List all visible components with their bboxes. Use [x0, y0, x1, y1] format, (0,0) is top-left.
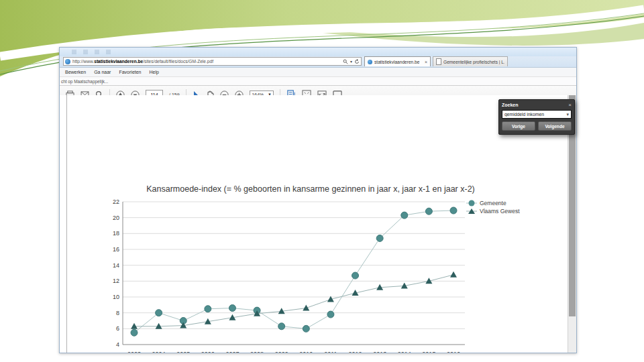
legend-label: Gemeente — [480, 200, 506, 206]
data-point — [278, 323, 285, 330]
find-previous-button[interactable]: Vorige — [502, 121, 535, 131]
data-point — [425, 208, 432, 215]
chart: 4681012141618202220032004200520062007200… — [111, 179, 531, 353]
window-titlebar — [60, 48, 576, 56]
x-tick-label: 2008 — [250, 351, 264, 353]
x-tick-label: 2007 — [225, 351, 239, 353]
address-bar[interactable]: http://www.statistiekvlaanderen.be/sites… — [63, 57, 362, 66]
find-dialog-title: Zoeken — [502, 103, 519, 107]
search-icon[interactable] — [343, 59, 348, 64]
menu-bewerken[interactable]: Bewerken — [65, 70, 86, 74]
menu-ga-naar[interactable]: Ga naar — [94, 70, 111, 74]
data-point — [376, 235, 383, 241]
legend-label: Vlaams Gewest — [480, 208, 520, 215]
y-tick-label: 14 — [113, 262, 119, 269]
url-text: http://www.statistiekvlaanderen.be/sites… — [72, 59, 341, 64]
site-favicon-icon — [65, 59, 70, 64]
menu-favorieten[interactable]: Favorieten — [119, 70, 141, 74]
tab-close-icon[interactable]: × — [425, 60, 427, 64]
x-tick-label: 2005 — [176, 351, 190, 353]
tab-title: statistiekvlaanderen.be — [374, 60, 423, 64]
x-tick-label: 2011 — [324, 351, 337, 353]
titlebar-ghost-icons — [72, 50, 112, 54]
y-tick-label: 22 — [113, 198, 119, 205]
find-history-dropdown-icon[interactable]: ▾ — [566, 112, 569, 117]
data-point — [303, 305, 309, 311]
data-point — [450, 207, 457, 214]
data-point — [205, 306, 211, 312]
tab-favicon-icon — [368, 60, 372, 64]
find-close-icon[interactable]: × — [568, 102, 572, 108]
find-next-button[interactable]: Volgende — [538, 121, 572, 131]
refresh-icon[interactable] — [354, 59, 360, 64]
address-dropdown-icon[interactable]: ▾ — [350, 59, 352, 64]
x-tick-label: 2009 — [275, 351, 288, 353]
menu-bar: Bewerken Ga naar Favorieten Help — [60, 68, 576, 77]
kansarmoede-chart: 4681012141618202220032004200520062007200… — [111, 179, 531, 353]
y-tick-label: 6 — [116, 325, 119, 332]
data-point — [352, 272, 359, 279]
find-query-input[interactable] — [504, 112, 566, 117]
y-tick-label: 4 — [116, 341, 119, 348]
x-tick-label: 2014 — [398, 351, 411, 353]
y-tick-label: 20 — [113, 215, 119, 221]
browser-window: http://www.statistiekvlaanderen.be/sites… — [59, 47, 577, 353]
x-tick-label: 2004 — [152, 351, 166, 353]
tab-statistiekvlaanderen[interactable]: statistiekvlaanderen.be × — [364, 56, 431, 66]
data-point — [303, 325, 309, 332]
legend-marker — [469, 200, 475, 206]
x-tick-label: 2013 — [373, 351, 386, 353]
find-dialog: Zoeken × ▾ Vorige Volgende — [498, 99, 575, 135]
series-gemeente — [131, 207, 457, 336]
y-tick-label: 8 — [116, 310, 119, 316]
tab-page-icon — [436, 58, 441, 65]
tab-title: Gemeentelijke profielschets | L... — [443, 60, 504, 64]
data-point — [131, 323, 138, 329]
favorites-bar-link[interactable]: cht op Maatschappelijk... — [61, 79, 108, 84]
x-tick-label: 2003 — [127, 351, 141, 353]
data-point — [229, 305, 235, 312]
navigation-bar: http://www.statistiekvlaanderen.be/sites… — [60, 56, 576, 68]
y-tick-label: 12 — [113, 278, 119, 284]
x-tick-label: 2016 — [447, 351, 460, 353]
x-tick-label: 2010 — [299, 351, 313, 353]
tab-gemeentelijke-profielschets[interactable]: Gemeentelijke profielschets | L... — [433, 56, 508, 66]
y-tick-label: 16 — [113, 246, 119, 253]
chart-title: Kansarmoede-index (= % geboorten in kans… — [146, 184, 475, 194]
x-tick-label: 2006 — [201, 351, 215, 353]
pdf-page-edge — [66, 95, 67, 353]
x-tick-label: 2012 — [349, 351, 362, 353]
data-point — [131, 329, 138, 336]
data-point — [450, 272, 457, 278]
data-point — [401, 212, 408, 219]
data-point — [156, 310, 162, 316]
x-tick-label: 2015 — [422, 351, 435, 353]
y-tick-label: 10 — [113, 294, 119, 300]
menu-help[interactable]: Help — [150, 70, 159, 74]
data-point — [327, 311, 334, 318]
favorites-bar: cht op Maatschappelijk... — [60, 77, 576, 86]
y-tick-label: 18 — [113, 230, 119, 237]
